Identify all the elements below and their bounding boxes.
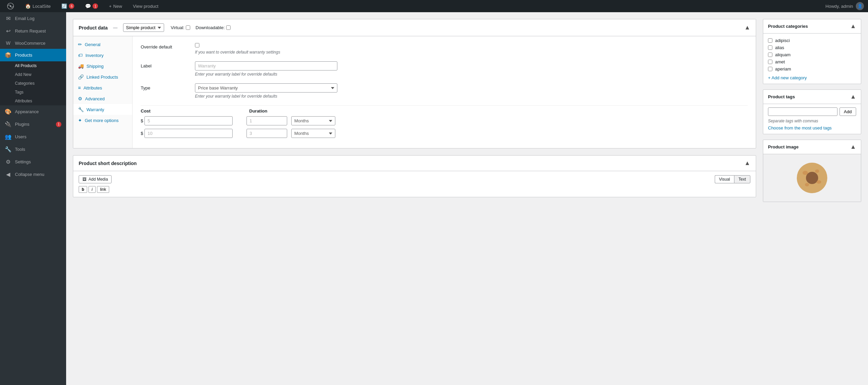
new-button[interactable]: + New — [106, 0, 125, 12]
short-desc-toggle[interactable]: ▲ — [744, 160, 750, 167]
downloadable-checkbox[interactable] — [226, 25, 231, 30]
add-new-category-link[interactable]: + Add new category — [768, 75, 807, 80]
list-item: amet — [768, 58, 856, 65]
visual-tab[interactable]: Visual — [715, 175, 734, 183]
sidebar-item-collapse[interactable]: ◀ Collapse menu — [0, 168, 66, 181]
duration-input-1[interactable] — [246, 116, 287, 125]
settings-icon: ⚙ — [5, 159, 12, 165]
cost-duration-header: Cost Duration — [141, 105, 748, 116]
warranty-type-select[interactable]: Price base Warranty — [195, 83, 337, 93]
choose-tags-link[interactable]: Choose from the most used tags — [768, 125, 832, 130]
warranty-field-label: Label — [141, 61, 195, 68]
bold-button[interactable]: b — [79, 186, 87, 193]
tags-header: Product tags ▲ — [763, 90, 861, 104]
sidebar-item-users[interactable]: 👥 Users — [0, 130, 66, 143]
short-desc-body: 🖼 Add Media Visual Text b i link — [73, 171, 756, 197]
shipping-tab-icon: 🚚 — [78, 63, 84, 69]
add-media-button[interactable]: 🖼 Add Media — [79, 175, 112, 183]
product-type-select[interactable]: Simple product — [123, 23, 164, 32]
sidebar-item-tools[interactable]: 🔧 Tools — [0, 143, 66, 156]
product-image-toggle[interactable]: ▲ — [850, 143, 856, 150]
product-image-title: Product image — [768, 144, 798, 149]
override-label: Override default — [141, 43, 195, 49]
virtual-checkbox[interactable] — [186, 25, 190, 30]
categories-toggle[interactable]: ▲ — [850, 23, 856, 30]
email-icon: ✉ — [5, 15, 12, 22]
warranty-tab-icon: 🔧 — [78, 107, 84, 112]
product-data-tabs: ✏ General 🏷 Inventory 🚚 Shipping — [73, 36, 133, 148]
tab-get-more-options[interactable]: ✦ Get more options — [73, 115, 132, 126]
postbox-toggle-button[interactable]: ▲ — [744, 24, 750, 31]
tab-inventory[interactable]: 🏷 Inventory — [73, 50, 132, 61]
cost-symbol-2: $ — [141, 131, 143, 136]
tab-attributes[interactable]: ≡ Attributes — [73, 82, 132, 93]
virtual-downloadable-options: Virtual: Downloadable: — [171, 25, 231, 30]
attributes-tab-icon: ≡ — [78, 85, 81, 90]
submenu-add-new[interactable]: Add New — [0, 70, 66, 79]
svg-point-4 — [803, 171, 808, 175]
warranty-label-help: Enter your warranty label for override d… — [195, 72, 748, 77]
svg-point-6 — [816, 180, 821, 184]
category-checkbox-adipisci[interactable] — [768, 38, 772, 43]
cost-input-2[interactable] — [144, 129, 233, 138]
tools-icon: 🔧 — [5, 146, 12, 153]
tab-general[interactable]: ✏ General — [73, 39, 132, 50]
product-tags-box: Product tags ▲ Add Separate tags with co… — [763, 89, 861, 134]
sidebar-item-plugins[interactable]: 🔌 Plugins 1 — [0, 118, 66, 130]
product-image-header: Product image ▲ — [763, 140, 861, 154]
sidebar-item-settings[interactable]: ⚙ Settings — [0, 156, 66, 168]
italic-button[interactable]: i — [88, 186, 96, 193]
general-tab-icon: ✏ — [78, 42, 82, 47]
duration-select-2[interactable]: Months Years Days — [291, 129, 335, 138]
tags-toggle[interactable]: ▲ — [850, 93, 856, 100]
category-checkbox-aperiam[interactable] — [768, 67, 772, 71]
wp-logo[interactable] — [4, 0, 17, 12]
warranty-label-field: Enter your warranty label for override d… — [195, 61, 748, 77]
duration-select-1[interactable]: Months Years Days — [291, 116, 335, 125]
tab-shipping[interactable]: 🚚 Shipping — [73, 61, 132, 72]
warranty-label-input[interactable] — [195, 61, 337, 70]
svg-point-5 — [815, 169, 819, 173]
product-image-placeholder — [763, 154, 861, 202]
submenu-categories[interactable]: Categories — [0, 79, 66, 88]
svg-point-3 — [806, 172, 818, 184]
link-button[interactable]: link — [97, 186, 109, 193]
text-tab[interactable]: Text — [734, 175, 750, 183]
sidebar-item-email-log[interactable]: ✉ Email Log — [0, 12, 66, 25]
appearance-icon: 🎨 — [5, 108, 12, 115]
tags-input[interactable] — [768, 107, 837, 116]
categories-title: Product categories — [768, 24, 808, 29]
tab-linked-products[interactable]: 🔗 Linked Products — [73, 72, 132, 82]
cost-input-1[interactable] — [144, 116, 233, 125]
comments-link[interactable]: 💬 1 — [82, 0, 101, 12]
submenu-attributes[interactable]: Attributes — [0, 97, 66, 105]
warranty-type-field: Price base Warranty Enter your warranty … — [195, 83, 748, 99]
override-checkbox[interactable] — [195, 43, 199, 47]
category-checkbox-alias[interactable] — [768, 45, 772, 50]
downloadable-checkbox-label: Downloadable: — [196, 25, 231, 30]
site-name-link[interactable]: 🏠 LocalSite — [22, 0, 53, 12]
sidebar-item-products[interactable]: 📦 Products — [0, 49, 66, 61]
sidebar-item-woocommerce[interactable]: W WooCommerce — [0, 37, 66, 49]
tags-add-button[interactable]: Add — [840, 107, 856, 116]
sidebar-item-appearance[interactable]: 🎨 Appearance — [0, 105, 66, 118]
override-field: If you want to override default warranty… — [195, 43, 748, 55]
submenu-tags[interactable]: Tags — [0, 88, 66, 97]
category-checkbox-aliquam[interactable] — [768, 53, 772, 57]
duration-input-2[interactable] — [246, 129, 287, 138]
short-description-box: Product short description ▲ 🖼 Add Media … — [73, 155, 756, 197]
cost-duration-row-2: $ Months Years Days — [141, 129, 748, 138]
return-icon: ↩ — [5, 28, 12, 34]
warranty-type-row: Type Price base Warranty Enter your warr… — [141, 83, 748, 99]
category-list: adipisci alias aliquam — [768, 37, 856, 73]
tab-advanced[interactable]: ⚙ Advanced — [73, 93, 132, 104]
updates-link[interactable]: 🔄 6 — [59, 0, 77, 12]
override-help-text: If you want to override default warranty… — [195, 50, 748, 55]
product-data-header: Product data — Simple product Virtual: D… — [73, 19, 756, 36]
view-product-link[interactable]: View product — [130, 0, 161, 12]
tab-warranty[interactable]: 🔧 Warranty — [73, 104, 132, 115]
sidebar-item-return-request[interactable]: ↩ Return Request — [0, 25, 66, 37]
category-checkbox-amet[interactable] — [768, 60, 772, 64]
linked-products-tab-icon: 🔗 — [78, 74, 84, 80]
submenu-all-products[interactable]: All Products — [0, 61, 66, 70]
